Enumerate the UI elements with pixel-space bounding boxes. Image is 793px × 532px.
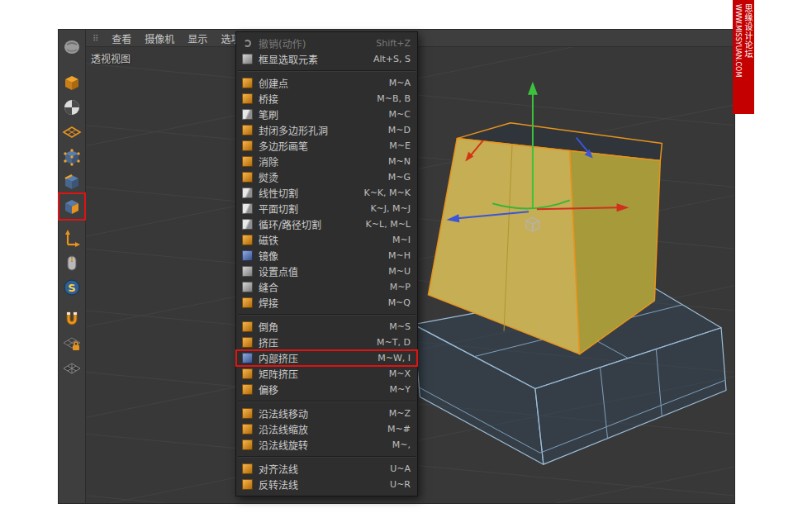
menu-item-loop-path-cut[interactable]: 循环/路径切割 K~L, M~L [236,216,417,232]
tool-model-mode-button[interactable] [60,71,83,94]
menu-item-stitch-and-sew[interactable]: 缝合 M~P [236,279,417,295]
menu-item-bridge[interactable]: 桥接 M~B, B [236,91,417,107]
mode-toolbar: S [59,30,86,503]
menu-item-bevel[interactable]: 倒角 M~S [236,319,417,335]
tool-points-mode-button[interactable] [60,145,83,169]
menu-item-line-cut[interactable]: 线性切割 K~K, M~K [236,185,417,201]
grid-plane-icon [62,359,82,378]
menu-separator [238,401,415,402]
menu-item-shortcut: M~H [388,250,411,261]
normal-scale-icon [242,424,253,435]
tool-texture-mode-button[interactable] [60,96,83,119]
menu-item-weld[interactable]: 焊接 M~Q [236,295,417,311]
menu-item-magnet[interactable]: 磁铁 M~I [236,232,417,248]
menu-item-iron[interactable]: 熨烫 M~G [236,169,417,185]
menu-item-smooth-shift[interactable]: 偏移 M~Y [236,382,417,397]
menu-item-shortcut: M~I [392,235,411,245]
tool-edges-mode-button[interactable] [60,170,83,193]
menu-item-label: 框显选取元素 [259,52,367,66]
gizmo-center-cube [526,217,539,231]
tool-history-button[interactable] [60,35,83,58]
menu-item-shortcut: M~E [389,140,411,151]
menu-item-shortcut: M~N [388,156,411,167]
drag-handle-icon[interactable] [93,32,98,44]
menu-item-set-point-value[interactable]: 设置点值 M~U [236,264,417,279]
site-watermark-banner: 思缘设计论坛 WWW.MISSYUAN.COM [733,0,754,114]
tool-magnet-button[interactable] [60,307,83,330]
menu-item-close-polygon-hole[interactable]: 封闭多边形孔洞 M~D [236,122,417,138]
iron-icon [242,172,253,183]
menu-item-label: 偏移 [259,382,383,397]
snap-s-icon: S [62,278,82,297]
smooth-shift-icon [242,384,253,395]
menu-item-undo-action[interactable]: 撤销(动作) Shift+Z [236,36,417,51]
menu-item-label: 缝合 [259,280,383,294]
menu-item-matrix-extrude[interactable]: 矩阵挤压 M~X [236,366,417,382]
menu-item-shortcut: M~W, I [378,353,411,363]
line-cut-icon [242,188,253,198]
tool-axis-toggle-button[interactable] [60,226,83,249]
menu-item-shortcut: M~Z [389,408,411,419]
tool-workplane-mode-button[interactable] [60,121,83,144]
workplane-mode-icon [62,122,82,142]
menu-item-label: 沿法线缩放 [259,422,381,436]
tool-grid-plane-button[interactable] [60,357,83,380]
menu-item-shortcut: U~A [390,463,411,474]
site-name: 思缘设计论坛 [743,4,753,59]
menu-item-shortcut: M~A [389,78,411,88]
menu-item-label: 线性切割 [259,186,357,200]
menu-item-align-normals[interactable]: 对齐法线 U~A [236,461,417,477]
menu-item-extrude[interactable]: 挤压 M~T, D [236,335,417,350]
extrude-icon [242,337,253,348]
menu-item-plane-cut[interactable]: 平面切割 K~J, M~J [236,201,417,216]
menu-view[interactable]: 查看 [112,31,131,45]
align-normals-icon [242,463,253,474]
menu-item-label: 熨烫 [259,170,382,184]
menu-item-label: 撤销(动作) [259,36,369,50]
extrude-inner-icon [242,353,253,363]
menu-item-mirror[interactable]: 镜像 M~H [236,248,417,264]
bridge-icon [242,93,253,104]
menu-item-normal-rotate[interactable]: 沿法线旋转 M~, [236,437,417,453]
undo-icon [244,40,251,47]
menu-display[interactable]: 显示 [188,31,207,45]
menu-item-label: 镜像 [259,249,382,263]
tool-workplane-lock-button[interactable] [60,332,83,355]
menu-item-shortcut: M~T, D [377,337,411,348]
menu-item-shortcut: K~J, M~J [370,203,411,214]
menu-separator [238,456,415,458]
menu-item-shortcut: K~L, M~L [366,219,411,230]
menu-item-label: 多边形画笔 [259,139,382,153]
menu-item-normal-scale[interactable]: 沿法线缩放 M~# [236,421,417,437]
tool-viewport-mouse-button[interactable] [60,251,83,274]
menu-item-normal-move[interactable]: 沿法线移动 M~Z [236,406,417,421]
tool-polygons-mode-button[interactable] [60,195,83,218]
menu-item-label: 消除 [259,154,382,169]
menu-item-brush[interactable]: 笔刷 M~C [236,107,417,122]
menu-item-label: 创建点 [259,76,382,90]
menu-item-label: 焊接 [259,296,382,310]
menu-item-create-point[interactable]: 创建点 M~A [236,75,417,91]
menu-item-shortcut: M~Q [388,297,411,308]
edges-mode-icon [62,172,82,192]
stitch-icon [242,282,253,292]
menu-item-polygon-pen[interactable]: 多边形画笔 M~E [236,138,417,154]
menu-item-dissolve[interactable]: 消除 M~N [236,154,417,169]
menu-item-shortcut: M~C [389,109,411,120]
menu-cameras[interactable]: 摄像机 [145,31,174,45]
set-point-value-icon [242,266,253,277]
menu-item-reverse-normals[interactable]: 反转法线 U~R [236,477,417,492]
menu-item-label: 矩阵挤压 [259,367,382,381]
polygon-context-menu: 撤销(动作) Shift+Z 框显选取元素 Alt+S, S 创建点 M~A 桥… [235,31,418,496]
magnet-icon [62,309,82,329]
tool-snap-button[interactable]: S [60,276,83,299]
svg-text:S: S [68,282,75,294]
menu-item-shortcut: M~G [388,172,411,183]
menu-item-frame-selected-elements[interactable]: 框显选取元素 Alt+S, S [236,51,417,67]
menu-item-label: 磁铁 [259,233,386,247]
menu-separator [238,314,415,316]
reverse-normals-icon [242,479,253,490]
menu-item-extrude-inner[interactable]: 内部挤压 M~W, I [236,350,417,366]
create-point-icon [242,78,253,88]
frame-selection-icon [242,54,253,64]
